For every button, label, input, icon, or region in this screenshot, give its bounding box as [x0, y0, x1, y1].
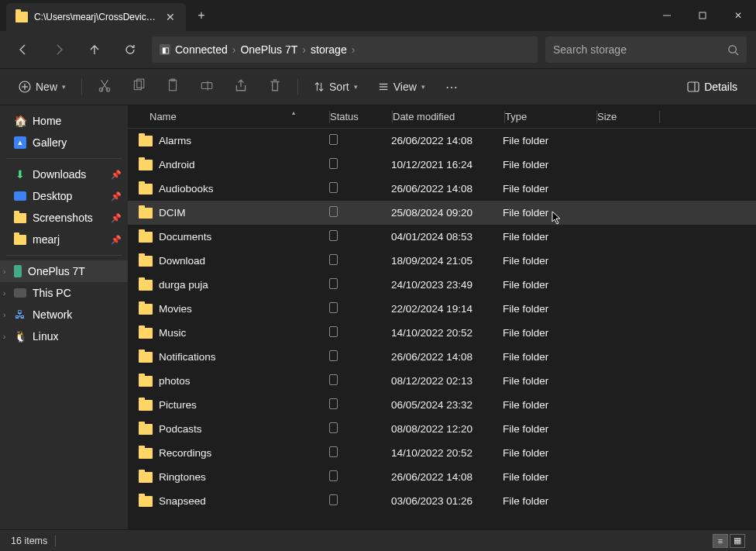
file-type: File folder — [503, 327, 594, 339]
sidebar-item-mearj[interactable]: mearj📌 — [0, 229, 128, 250]
sidebar-item-gallery[interactable]: ▲Gallery — [0, 132, 128, 153]
column-status[interactable]: Status — [330, 111, 392, 122]
back-button[interactable] — [9, 36, 37, 64]
paste-button[interactable] — [158, 74, 187, 100]
cut-button[interactable] — [90, 74, 119, 100]
table-row[interactable]: Audiobooks26/06/2022 14:08File folder — [128, 177, 756, 201]
connection-icon: ◧ — [160, 44, 170, 55]
sidebar-item-screenshots[interactable]: Screenshots📌 — [0, 207, 128, 229]
close-window-button[interactable]: ✕ — [720, 0, 756, 31]
table-row[interactable]: Alarms26/06/2022 14:08File folder — [128, 129, 756, 153]
sidebar-item-thispc[interactable]: › This PC — [0, 282, 128, 304]
file-type: File folder — [503, 183, 594, 195]
folder-icon — [139, 376, 153, 387]
crumb-storage[interactable]: storage — [311, 43, 347, 56]
chevron-down-icon: ▾ — [354, 83, 358, 91]
crumb-connected[interactable]: Connected — [175, 43, 228, 56]
column-date[interactable]: Date modified — [393, 111, 504, 122]
folder-icon — [139, 160, 153, 170]
table-row[interactable]: Music14/10/2022 20:52File folder — [128, 321, 756, 345]
table-row[interactable]: Pictures06/05/2024 23:32File folder — [128, 393, 756, 417]
sidebar-item-network[interactable]: › 🖧Network — [0, 304, 128, 325]
table-row[interactable]: Android10/12/2021 16:24File folder — [128, 153, 756, 177]
new-tab-button[interactable]: + — [186, 0, 217, 31]
table-row[interactable]: Movies22/02/2024 19:14File folder — [128, 297, 756, 321]
copy-button[interactable] — [124, 74, 153, 100]
tab[interactable]: C:\Users\mearj\CrossDevice\O ✕ — [6, 3, 186, 31]
sidebar-item-oneplus[interactable]: › OnePlus 7T — [0, 260, 128, 282]
expand-icon[interactable]: › — [3, 332, 5, 341]
table-row[interactable]: Recordings14/10/2022 20:52File folder — [128, 441, 756, 465]
search-input[interactable]: Search storage — [545, 36, 747, 63]
crumb-device[interactable]: OnePlus 7T — [240, 43, 297, 56]
file-list: Name▴ Status Date modified Type Size Ala… — [128, 105, 756, 529]
tab-title: C:\Users\mearj\CrossDevice\O — [34, 12, 158, 22]
more-button[interactable]: ⋯ — [438, 75, 466, 99]
table-row[interactable]: Notifications26/06/2022 14:08File folder — [128, 345, 756, 369]
maximize-button[interactable] — [685, 0, 720, 31]
folder-icon — [139, 304, 153, 315]
table-row[interactable]: Documents04/01/2024 08:53File folder — [128, 225, 756, 249]
table-row[interactable]: Snapseed03/06/2023 01:26File folder — [128, 489, 756, 513]
sidebar-item-downloads[interactable]: ⬇Downloads📌 — [0, 164, 128, 185]
file-name: Movies — [159, 303, 192, 315]
folder-icon — [139, 136, 153, 146]
details-icon — [687, 81, 699, 92]
table-row[interactable]: durga puja24/10/2023 23:49File folder — [128, 273, 756, 297]
column-name[interactable]: Name▴ — [128, 111, 329, 122]
folder-icon — [14, 235, 26, 245]
refresh-button[interactable] — [116, 36, 144, 64]
close-tab-icon[interactable]: ✕ — [164, 9, 177, 25]
column-headers: Name▴ Status Date modified Type Size — [128, 105, 756, 129]
new-button[interactable]: New ▾ — [11, 76, 74, 98]
column-type[interactable]: Type — [505, 111, 596, 122]
up-button[interactable] — [81, 36, 108, 64]
details-button[interactable]: Details — [679, 76, 745, 98]
sidebar-item-home[interactable]: 🏠Home — [0, 110, 128, 132]
file-type: File folder — [503, 351, 594, 363]
address-bar[interactable]: ◧ Connected › OnePlus 7T › storage › — [152, 36, 538, 63]
table-row[interactable]: photos08/12/2022 02:13File folder — [128, 369, 756, 393]
view-button[interactable]: View ▾ — [370, 76, 433, 98]
file-date: 14/10/2022 20:52 — [391, 327, 503, 339]
large-icons-view-toggle[interactable]: ▦ — [730, 534, 745, 548]
search-placeholder: Search storage — [553, 43, 727, 56]
sort-indicator-icon: ▴ — [292, 109, 295, 116]
table-row[interactable]: Ringtones26/06/2022 14:08File folder — [128, 465, 756, 489]
folder-icon — [139, 232, 153, 243]
expand-icon[interactable]: › — [3, 267, 5, 276]
folder-icon — [139, 496, 153, 507]
forward-button[interactable] — [45, 36, 73, 64]
rename-button[interactable] — [192, 74, 222, 100]
sidebar-item-linux[interactable]: › 🐧Linux — [0, 325, 128, 347]
delete-button[interactable] — [260, 74, 290, 100]
file-date: 26/06/2022 14:08 — [391, 135, 503, 146]
table-row[interactable]: Download18/09/2024 21:05File folder — [128, 249, 756, 273]
table-row[interactable]: Podcasts08/08/2022 12:20File folder — [128, 417, 756, 441]
sidebar-item-desktop[interactable]: Desktop📌 — [0, 185, 128, 207]
svg-rect-18 — [688, 82, 699, 91]
desktop-icon — [14, 191, 26, 201]
minimize-button[interactable] — [649, 0, 685, 31]
pin-icon: 📌 — [111, 213, 122, 223]
file-name: photos — [159, 375, 191, 387]
table-row[interactable]: DCIM25/08/2024 09:20File folder — [128, 201, 756, 225]
downloads-icon: ⬇ — [14, 168, 26, 181]
folder-icon — [139, 208, 153, 219]
statusbar: 16 items ≡ ▦ — [0, 529, 756, 551]
chevron-right-icon: › — [302, 43, 306, 56]
column-size[interactable]: Size — [597, 111, 659, 122]
sort-button[interactable]: Sort ▾ — [306, 76, 366, 98]
expand-icon[interactable]: › — [3, 311, 5, 319]
folder-icon — [139, 424, 153, 435]
folder-icon — [139, 184, 153, 195]
expand-icon[interactable]: › — [3, 289, 5, 298]
status-icon — [329, 254, 338, 265]
file-name: Notifications — [159, 351, 216, 363]
sidebar: 🏠Home ▲Gallery ⬇Downloads📌 Desktop📌 Scre… — [0, 105, 128, 529]
chevron-down-icon: ▾ — [62, 83, 66, 91]
details-view-toggle[interactable]: ≡ — [713, 534, 728, 548]
file-name: Alarms — [159, 135, 191, 146]
folder-icon — [139, 448, 153, 459]
share-button[interactable] — [226, 74, 256, 100]
